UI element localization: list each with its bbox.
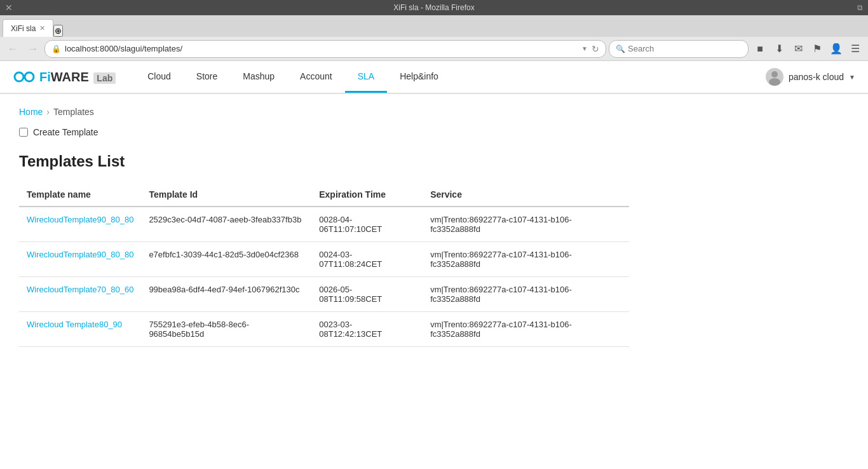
app-logo[interactable]: FiWARE Lab (13, 65, 116, 88)
table-header-row: Template name Template Id Expiration Tim… (19, 183, 629, 207)
templates-table: Template name Template Id Expiration Tim… (19, 183, 629, 347)
templates-list-title: Templates List (19, 153, 629, 170)
col-header-name: Template name (19, 183, 141, 207)
cell-id-1: e7efbfc1-3039-44c1-82d5-3d0e04cf2368 (141, 242, 311, 277)
cell-expiration-3: 0023-03-08T12:42:13CET (311, 312, 423, 347)
share-button[interactable]: ✉ (789, 40, 807, 58)
nav-mashup[interactable]: Mashup (230, 61, 287, 93)
app-header: FiWARE Lab Cloud Store Mashup Account SL… (0, 61, 868, 94)
cell-expiration-2: 0026-05-08T11:09:58CET (311, 277, 423, 312)
logo-lab-text: Lab (93, 72, 116, 84)
page-content: Home › Templates Create Template Templat… (0, 94, 868, 469)
cell-service-2: vm|Trento:8692277a-c107-4131-b106-fc3352… (423, 277, 629, 312)
flag-button[interactable]: ⚑ (808, 40, 826, 58)
cell-id-2: 99bea98a-6df4-4ed7-94ef-1067962f130c (141, 277, 311, 312)
cell-expiration-0: 0028-04-06T11:07:10CET (311, 207, 423, 242)
svg-point-0 (15, 72, 24, 81)
svg-point-3 (769, 78, 780, 86)
col-header-service: Service (423, 183, 629, 207)
svg-point-1 (25, 72, 34, 81)
cell-id-3: 755291e3-efeb-4b58-8ec6-96854be5b15d (141, 312, 311, 347)
breadcrumb-home[interactable]: Home (19, 107, 43, 117)
reload-button[interactable]: ↻ (592, 44, 599, 54)
browser-title-bar: ✕ XiFi sla - Mozilla Firefox ⧉ (0, 0, 868, 15)
back-button[interactable]: ← (4, 40, 22, 58)
forward-button[interactable]: → (24, 40, 42, 58)
table-row: WirecloudTemplate90_80_80 e7efbfc1-3039-… (19, 242, 629, 277)
cell-name-2: WirecloudTemplate70_80_60 (19, 277, 141, 312)
search-icon: 🔍 (616, 44, 625, 53)
nav-account[interactable]: Account (287, 61, 345, 93)
search-bar[interactable]: 🔍 (609, 40, 749, 58)
template-link-1[interactable]: WirecloudTemplate90_80_80 (27, 250, 133, 259)
app-navigation: Cloud Store Mashup Account SLA Help&info (135, 61, 766, 93)
bookmark-dropdown-icon: ▼ (581, 45, 588, 52)
cell-service-0: vm|Trento:8692277a-c107-4131-b106-fc3352… (423, 207, 629, 242)
cell-expiration-1: 0024-03-07T11:08:24CET (311, 242, 423, 277)
cell-name-0: WirecloudTemplate90_80_80 (19, 207, 141, 242)
user-name: panos-k cloud (789, 72, 844, 82)
breadcrumb: Home › Templates (19, 107, 849, 117)
navigation-bar: ← → 🔒 ▼ ↻ 🔍 ■ ⬇ ✉ ⚑ 👤 ☰ (0, 37, 868, 61)
avatar-button[interactable]: 👤 (827, 40, 845, 58)
table-row: Wirecloud Template80_90 755291e3-efeb-4b… (19, 312, 629, 347)
col-header-id: Template Id (141, 183, 311, 207)
cell-name-3: Wirecloud Template80_90 (19, 312, 141, 347)
browser-close-button[interactable]: ✕ (5, 3, 13, 13)
create-template-row: Create Template (19, 127, 849, 137)
tab-close-button[interactable]: ✕ (39, 24, 45, 32)
create-template-label[interactable]: Create Template (33, 127, 98, 137)
cell-service-3: vm|Trento:8692277a-c107-4131-b106-fc3352… (423, 312, 629, 347)
col-header-expiration: Expiration Time (311, 183, 423, 207)
tab-label: XiFi sla (11, 24, 36, 33)
pocket-button[interactable]: ■ (751, 40, 769, 58)
tab-bar: XiFi sla ✕ ⊕ (0, 15, 868, 37)
create-template-checkbox[interactable] (19, 128, 28, 137)
user-avatar (766, 68, 783, 86)
nav-helpinfo[interactable]: Help&info (387, 61, 451, 93)
templates-section: Templates List Template name Template Id… (19, 153, 629, 347)
nav-cloud[interactable]: Cloud (135, 61, 184, 93)
cell-id-0: 2529c3ec-04d7-4087-aeeb-3feab337fb3b (141, 207, 311, 242)
download-button[interactable]: ⬇ (770, 40, 788, 58)
browser-restore-button[interactable]: ⧉ (857, 3, 863, 12)
address-bar[interactable]: 🔒 ▼ ↻ (44, 40, 606, 58)
svg-point-2 (771, 71, 778, 78)
menu-button[interactable]: ☰ (846, 40, 864, 58)
new-tab-button[interactable]: ⊕ (53, 25, 63, 37)
nav-store[interactable]: Store (184, 61, 230, 93)
browser-title: XiFi sla - Mozilla Firefox (393, 3, 474, 12)
table-row: WirecloudTemplate70_80_60 99bea98a-6df4-… (19, 277, 629, 312)
template-link-2[interactable]: WirecloudTemplate70_80_60 (27, 285, 133, 294)
nav-sla[interactable]: SLA (345, 61, 387, 93)
logo-fi-text: Fi (39, 70, 51, 84)
url-input[interactable] (65, 44, 578, 53)
user-dropdown-arrow[interactable]: ▼ (849, 74, 855, 81)
browser-toolbar-icons: ■ ⬇ ✉ ⚑ 👤 ☰ (751, 40, 864, 58)
cell-service-1: vm|Trento:8692277a-c107-4131-b106-fc3352… (423, 242, 629, 277)
logo-ware-text: WARE (51, 70, 89, 84)
browser-tab-active[interactable]: XiFi sla ✕ (3, 19, 53, 37)
logo-icon (13, 65, 36, 88)
breadcrumb-separator: › (46, 107, 50, 117)
lock-icon: 🔒 (51, 44, 61, 53)
table-row: WirecloudTemplate90_80_80 2529c3ec-04d7-… (19, 207, 629, 242)
search-input[interactable] (628, 44, 742, 53)
breadcrumb-current: Templates (53, 107, 94, 117)
template-link-0[interactable]: WirecloudTemplate90_80_80 (27, 215, 133, 224)
template-link-3[interactable]: Wirecloud Template80_90 (27, 320, 122, 329)
app-header-right: panos-k cloud ▼ (766, 68, 855, 86)
cell-name-1: WirecloudTemplate90_80_80 (19, 242, 141, 277)
